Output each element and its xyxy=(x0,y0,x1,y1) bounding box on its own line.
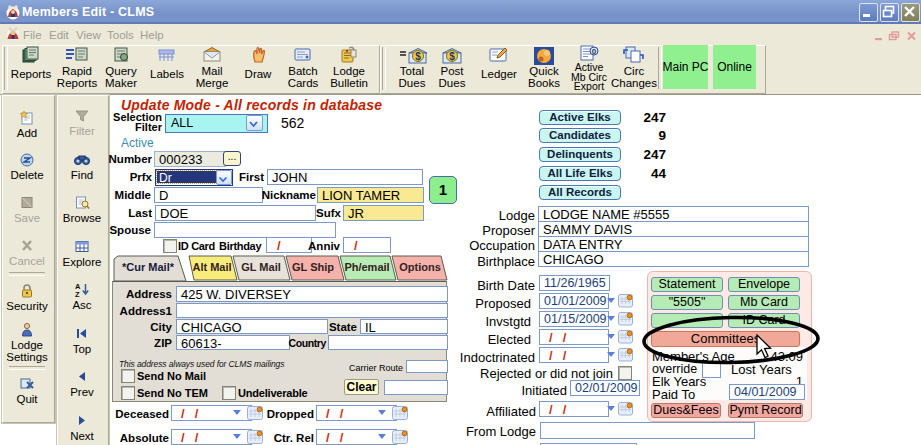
svg-text:Z: Z xyxy=(75,290,80,298)
svg-text:$: $ xyxy=(449,51,455,62)
svg-text:$: $ xyxy=(415,51,421,62)
svg-text:0: 0 xyxy=(592,47,597,56)
